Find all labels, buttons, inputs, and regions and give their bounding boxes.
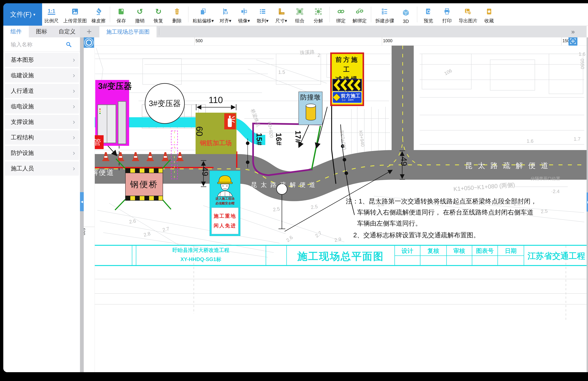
left-scroll-strip[interactable]: ◀	[80, 37, 84, 372]
right-scroll-strip[interactable]: ▶	[587, 37, 588, 372]
dimension-button[interactable]: 尺寸▾	[272, 3, 291, 26]
note-line-4: 2、交通标志标牌设置详见交通疏解布置图。	[353, 232, 480, 239]
main-toolbar: 文件(F) ▾ 1:1 比例尺 上传背景图 橡皮擦 保存 ↺ 撤销 ↻ 恢复	[3, 3, 588, 26]
save-button[interactable]: 保存	[112, 3, 130, 26]
preview-icon	[425, 6, 432, 17]
align-button[interactable]: 对齐▾	[216, 3, 235, 26]
toolbar-separator	[330, 7, 330, 22]
mirror-icon	[240, 6, 248, 17]
canvas-viewport[interactable]: 3#变压器 管 钢便桥 防撞墩	[84, 37, 587, 372]
median-opening-label: 分隔带开口位置	[531, 176, 560, 181]
explode-button[interactable]: 分解	[309, 3, 328, 26]
unbind-button[interactable]: 解绑定	[350, 3, 369, 26]
new-tab-button[interactable]: +	[85, 26, 93, 37]
trash-icon	[174, 6, 180, 17]
bg-label: 2	[317, 52, 320, 58]
bg-label: 1.6	[579, 51, 586, 57]
site-safety-sign[interactable]: 进入施工现场 必须戴安全帽 施工重地 闲人免进	[210, 171, 240, 236]
fit-view-button[interactable]	[568, 37, 577, 46]
bg-label: ·2.4	[551, 189, 560, 194]
bg-label: 3.2	[340, 95, 346, 102]
mirror-button[interactable]: 镜像▾	[235, 3, 253, 26]
ruler-origin-button[interactable]	[84, 37, 94, 48]
anti-collision-box[interactable]: 防撞墩	[298, 92, 322, 125]
unbind-icon	[356, 6, 363, 17]
ruler-tick-500: 500	[196, 38, 203, 43]
chevron-right-icon: ›	[73, 118, 75, 126]
dim-49-right-label: 49	[399, 157, 409, 166]
scale-ruler-button[interactable]: 1:1 比例尺	[42, 3, 61, 26]
bind-button[interactable]: 绑定	[332, 3, 350, 26]
sidebar-search	[3, 37, 80, 52]
pier-label-15: 15#	[255, 133, 263, 146]
title-block-project-line1: 盱眙县淮河大桥改造工程	[150, 247, 252, 254]
sidebar-tab-components[interactable]: 组件	[3, 26, 29, 37]
export-image-button[interactable]: 导出图片	[456, 3, 480, 26]
export-image-icon	[464, 6, 472, 17]
collapse-left-handle[interactable]: ◀	[80, 192, 84, 211]
sidebar-item-6[interactable]: 防护设施›	[4, 146, 79, 160]
preview-button[interactable]: 预览	[419, 3, 438, 26]
title-block-project-line2: XY-HHDQ-SG1标	[150, 256, 252, 263]
title-block-header-review: 复核	[424, 247, 443, 255]
redo-button[interactable]: ↻ 恢复	[149, 3, 168, 26]
upload-background-button[interactable]: 上传背景图	[61, 3, 89, 26]
paste-offset-button[interactable]: 粘贴偏移▾	[190, 3, 216, 26]
combine-button[interactable]: 组合	[291, 3, 309, 26]
dimension-ruler-icon	[278, 6, 285, 17]
ruler-vertical: 500	[84, 46, 95, 372]
print-button[interactable]: 打印	[438, 3, 456, 26]
chevron-right-icon: ›	[73, 87, 75, 95]
cube-3d-icon	[402, 8, 409, 18]
chevron-right-icon: ›	[73, 71, 75, 79]
upload-background-icon	[71, 6, 79, 17]
sidebar-item-7[interactable]: 施工人员›	[4, 161, 79, 176]
sidebar-item-1[interactable]: 临建设施›	[4, 68, 79, 83]
fire-extinguisher-icon	[224, 113, 236, 129]
chevron-panel	[333, 79, 362, 91]
pier-label-16: 16#	[274, 133, 283, 146]
sidebar-tab-custom[interactable]: 自定义	[54, 26, 80, 37]
align-icon	[222, 6, 229, 17]
title-block-org: 江苏省交通工程	[527, 251, 586, 261]
favorite-star-icon	[486, 6, 492, 17]
collapse-panel-icon[interactable]: »	[571, 26, 574, 37]
sidebar-item-3[interactable]: 临电设施›	[4, 99, 79, 113]
scatter-button[interactable]: 散列▾	[253, 3, 272, 26]
favorite-button[interactable]: 收藏	[480, 3, 498, 26]
collapse-right-handle[interactable]: ▶	[587, 192, 588, 212]
bg-label: 2.5	[541, 208, 548, 214]
search-input[interactable]	[11, 41, 58, 48]
barrier-stripe	[125, 168, 163, 173]
delete-button[interactable]: 删除	[168, 3, 186, 26]
circle-icon	[86, 40, 92, 46]
bg-label: 1.5	[278, 69, 285, 75]
sidebar-item-label: 临电设施	[11, 103, 34, 110]
canvas-tab-active[interactable]: 施工现场总平面图	[99, 26, 157, 37]
view-3d-button[interactable]: 3D	[397, 3, 415, 26]
worker-helmet-icon	[216, 173, 234, 197]
sidebar-item-0[interactable]: 基本图形›	[4, 53, 79, 67]
bg-label: 1.6	[527, 138, 533, 144]
sidebar-item-2[interactable]: 人行通道›	[4, 84, 79, 98]
eraser-button[interactable]: 橡皮擦	[89, 3, 108, 26]
scale-ruler-icon: 1:1	[48, 6, 55, 17]
paste-offset-icon	[200, 6, 207, 17]
bg-label: 2.6	[513, 201, 521, 207]
sidebar-item-5[interactable]: 工程结构›	[4, 130, 79, 145]
construction-warning-sign[interactable]: 前方施工 减速慢行 前方施工 1km	[330, 52, 364, 106]
file-menu-button[interactable]: 文件(F) ▾	[3, 3, 42, 26]
sidebar-item-4[interactable]: 支撑设施›	[4, 115, 79, 129]
transformer-cabinet	[118, 101, 126, 144]
component-sidebar: 组件 图标 自定义 基本图形›临建设施›人行通道›临电设施›支撑设施›工程结构›…	[3, 26, 80, 372]
tab-separator	[159, 28, 159, 35]
search-icon[interactable]	[66, 42, 72, 47]
transformer-ellipse[interactable]: 3#变压器	[145, 83, 185, 124]
steel-bridge-box[interactable]: 钢便桥	[125, 168, 163, 201]
build-steps-button[interactable]: 拆建步骤	[373, 3, 397, 26]
sidebar-tab-icons[interactable]: 图标	[29, 26, 54, 37]
undo-button[interactable]: ↺ 撤销	[130, 3, 149, 26]
transformer-ellipse-label: 3#变压器	[149, 98, 181, 109]
title-block-drawing-title: 施工现场总平面图	[287, 250, 395, 263]
sidebar-category-list: 基本图形›临建设施›人行通道›临电设施›支撑设施›工程结构›防护设施›施工人员›	[3, 53, 80, 372]
